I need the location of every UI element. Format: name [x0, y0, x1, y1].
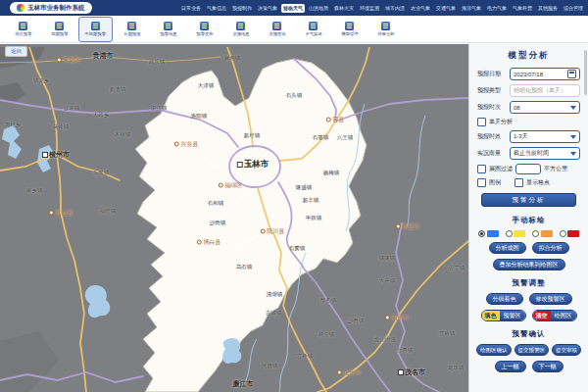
warning-adjust-button[interactable]: 修改预警区: [529, 293, 572, 305]
toolbar-item[interactable]: 长期预报: [115, 17, 149, 42]
grid-label: 显示格点: [526, 178, 550, 187]
rainfall-value: 截止当前时间: [514, 149, 549, 158]
toolbar-item-label: 天气实况: [305, 31, 321, 36]
toolbar-item[interactable]: 短期预警: [42, 17, 76, 42]
forecast-type-input[interactable]: 精细化预报（单天）: [510, 84, 580, 97]
top-menu-item[interactable]: 决策气象: [256, 4, 279, 13]
top-menu-item[interactable]: 日常业务: [179, 4, 203, 13]
display-options-row: 图例 显示格点: [477, 178, 580, 187]
radio-icon[interactable]: [560, 230, 566, 237]
forecast-date-input[interactable]: 2023/07/18: [510, 68, 580, 80]
top-menu-item[interactable]: 电力气象: [485, 4, 509, 13]
map-canvas[interactable]: 武乐镇麻垌镇镇龙乡新塘镇大洋镇石头镇云表镇大岭乡湛江镇洛阳镇周圩乡马岭镇木梓镇新…: [0, 44, 468, 392]
fill-warning-area-button[interactable]: 填色预警区: [481, 310, 526, 321]
clear-draw-area-button[interactable]: 清空绘图区: [532, 310, 577, 321]
toolbar-item[interactable]: 预警发布: [187, 17, 221, 42]
radio-icon[interactable]: [478, 230, 485, 237]
frame-nav-button[interactable]: 上一幅: [495, 361, 526, 372]
toolbar-item[interactable]: 中短期预警: [78, 17, 113, 42]
warning-confirm-button[interactable]: 绘图区确认: [476, 344, 512, 356]
analysis-panel: 模型分析 预报日期 2023/07/18 预报类型 精细化预报（单天） 预报时次…: [468, 44, 588, 392]
top-menu-item[interactable]: 交通气象: [434, 4, 458, 13]
area-filter-input[interactable]: [515, 164, 541, 174]
toolbar-item-label: 中短期预警: [85, 31, 106, 36]
warning-confirm-title: 预警确认: [477, 329, 580, 339]
area-filter-label: 展图过滤: [489, 165, 513, 173]
top-menu-item[interactable]: 短临天气: [281, 4, 305, 13]
rainfall-select[interactable]: 截止当前时间: [510, 147, 580, 160]
plot-color-option-orange[interactable]: [532, 230, 553, 237]
toolbar-item[interactable]: 预警信息: [151, 17, 185, 42]
plot-color-radios: [478, 230, 579, 237]
frame-nav-button[interactable]: 下一幅: [532, 361, 564, 372]
document-icon: [381, 22, 390, 30]
frame-nav-buttons: 上一幅下一幅: [477, 361, 580, 372]
document-icon: [236, 22, 245, 30]
color-segment: 填色: [482, 311, 500, 320]
top-menu-item[interactable]: 农业气象: [409, 4, 432, 13]
button-label: 绘图区: [551, 311, 576, 320]
legend-checkbox[interactable]: [477, 178, 486, 187]
validity-label: 预报时效: [477, 132, 507, 141]
forecast-date-value: 2023/07/18: [514, 72, 543, 77]
plot-color-option-red[interactable]: [560, 230, 580, 237]
radio-icon[interactable]: [532, 230, 539, 237]
document-icon: [91, 22, 100, 30]
overlay-result-button[interactable]: 叠加分析结果到绘图区: [493, 259, 565, 270]
validity-row: 预报时效 1-3天: [477, 130, 580, 143]
top-menu-item[interactable]: 山洪地质: [307, 4, 330, 13]
toolbar-item[interactable]: 模型管理: [332, 17, 367, 42]
single-day-checkbox[interactable]: [477, 118, 486, 126]
panel-title: 模型分析: [477, 50, 580, 62]
toolbar-item[interactable]: 水情查询: [260, 17, 294, 42]
toolbar-item-label: 水情查询: [269, 31, 285, 36]
manual-plot-button[interactable]: 分析成图: [489, 242, 526, 254]
top-menu: 日常业务气象信息预报制作决策气象短临天气山洪地质森林火灾环境监测城市内涝农业气象…: [179, 0, 585, 16]
app-logo: 玉林市业务制作系统: [10, 2, 92, 14]
forecast-date-row: 预报日期 2023/07/18: [477, 68, 580, 80]
forecast-time-value: 08: [514, 105, 520, 111]
color-segment: 清空: [533, 311, 551, 320]
single-day-row: 单天分析: [477, 118, 580, 126]
back-button[interactable]: 返回: [5, 46, 27, 57]
area-filter-checkbox[interactable]: [477, 165, 486, 173]
top-menu-item[interactable]: 森林火灾: [332, 4, 356, 13]
warning-confirm-button[interactable]: 提交审核: [552, 344, 581, 356]
toolbar-item[interactable]: 天气实况: [296, 17, 330, 42]
top-menu-item[interactable]: 气象信息: [205, 4, 228, 13]
warning-adjust-button[interactable]: 分级着色: [486, 293, 523, 305]
manual-plot-button[interactable]: 拟合分析: [532, 242, 569, 254]
rainfall-label: 实况雨量: [477, 149, 507, 158]
top-menu-item[interactable]: 城市内涝: [383, 4, 407, 13]
radio-icon[interactable]: [506, 230, 513, 237]
plot-color-option-blue[interactable]: [478, 230, 499, 237]
panel-scrollbar[interactable]: [584, 50, 587, 95]
forecast-date-label: 预报日期: [477, 70, 507, 78]
warning-color-buttons: 填色预警区清空绘图区: [477, 310, 580, 321]
toolbar-item-label: 短期预警: [51, 31, 68, 36]
toolbar-item-label: 模型管理: [341, 31, 358, 36]
button-label: 预警区: [500, 311, 525, 320]
top-menu-item[interactable]: 综合管理: [562, 4, 585, 13]
validity-select[interactable]: 1-3天: [510, 130, 580, 143]
warning-analysis-button[interactable]: 预警分析: [481, 193, 576, 207]
calendar-icon[interactable]: [567, 70, 576, 78]
document-icon: [19, 22, 27, 30]
forecast-time-select[interactable]: 08: [510, 101, 580, 114]
top-menu-item[interactable]: 预报制作: [230, 4, 254, 13]
top-menu-item[interactable]: 气象科普: [511, 4, 534, 13]
top-menu-item[interactable]: 环境监测: [358, 4, 381, 13]
warning-confirm-button[interactable]: 提交预警区: [514, 344, 550, 356]
toolbar-item[interactable]: 结果分析: [368, 17, 403, 42]
yellow-color-swatch: [514, 230, 525, 237]
top-menu-item[interactable]: 海洋气象: [460, 4, 483, 13]
toolbar-item[interactable]: 临近预警: [6, 17, 40, 42]
app-header: 玉林市业务制作系统 日常业务气象信息预报制作决策气象短临天气山洪地质森林火灾环境…: [0, 0, 588, 16]
toolbar-item[interactable]: 水情信息: [223, 17, 258, 42]
toolbar: 临近预警短期预警中短期预警长期预报预警信息预警发布水情信息水情查询天气实况模型管…: [0, 16, 588, 43]
plot-color-option-yellow[interactable]: [506, 230, 526, 237]
manual-plot-title: 手动标绘: [477, 216, 580, 225]
grid-checkbox[interactable]: [514, 178, 523, 187]
area-filter-unit: 平方公里: [544, 165, 567, 173]
top-menu-item[interactable]: 其他服务: [536, 4, 560, 13]
